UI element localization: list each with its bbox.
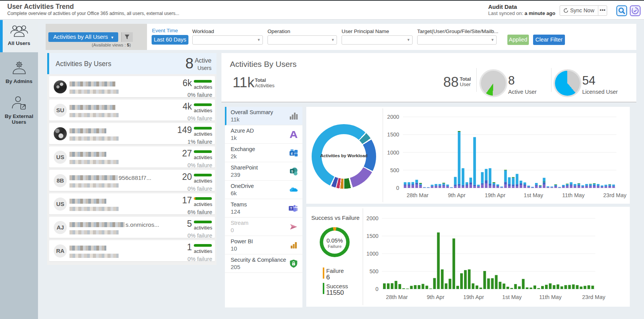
- svg-text:0: 0: [396, 185, 399, 191]
- svg-text:23rd May: 23rd May: [582, 294, 606, 300]
- svg-text:0: 0: [375, 286, 378, 292]
- svg-text:28th Mar: 28th Mar: [406, 192, 428, 198]
- svg-text:1st May: 1st May: [502, 294, 522, 300]
- svg-text:11th May: 11th May: [562, 192, 585, 198]
- svg-text:19th Apr: 19th Apr: [485, 192, 505, 198]
- svg-text:9th Apr: 9th Apr: [427, 294, 444, 300]
- svg-text:19th Apr: 19th Apr: [463, 294, 484, 300]
- svg-text:1500: 1500: [387, 131, 399, 138]
- svg-text:28th Mar: 28th Mar: [386, 294, 408, 300]
- svg-text:1000: 1000: [387, 150, 399, 156]
- svg-text:2000: 2000: [367, 215, 378, 221]
- svg-text:S: S: [291, 169, 293, 173]
- svg-text:500: 500: [370, 268, 379, 274]
- svg-text:E: E: [291, 152, 293, 156]
- svg-text:1000: 1000: [367, 251, 378, 257]
- svg-text:9th Apr: 9th Apr: [448, 192, 466, 198]
- svg-text:2000: 2000: [387, 114, 399, 120]
- svg-text:11th May: 11th May: [539, 294, 562, 300]
- svg-text:500: 500: [390, 167, 400, 173]
- svg-text:1500: 1500: [367, 233, 378, 239]
- svg-text:23rd May: 23rd May: [603, 192, 627, 198]
- svg-text:T: T: [290, 206, 292, 210]
- svg-text:1st May: 1st May: [524, 192, 544, 198]
